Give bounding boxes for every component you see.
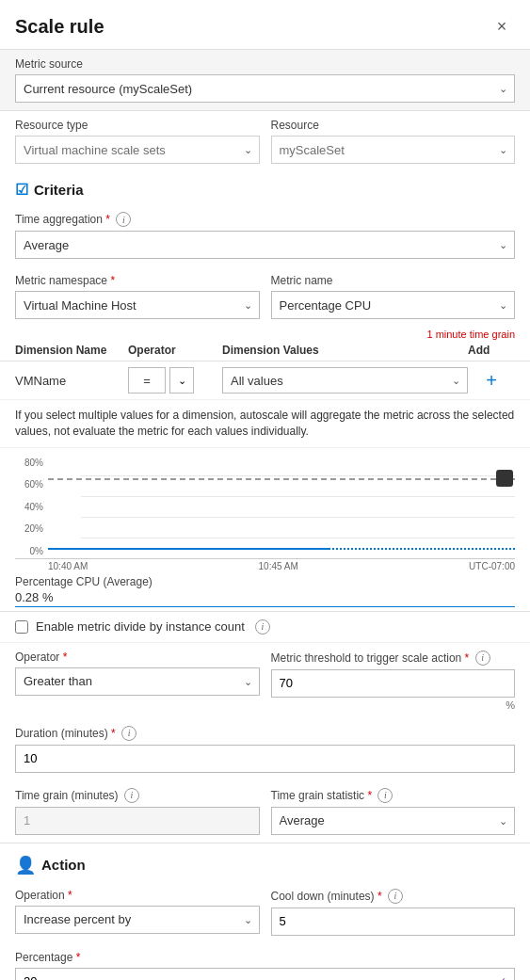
grid-line-80 (81, 475, 515, 476)
time-grain-statistic-info-icon[interactable]: i (377, 788, 393, 803)
dimension-values-select[interactable]: All values (222, 367, 468, 394)
chart-tooltip-dot (496, 470, 513, 487)
operator-select[interactable]: Greater than (15, 667, 260, 696)
operation-cooldown-row: Operation * Increase percent by ⌄ Cool d… (15, 889, 515, 936)
resource-select: myScaleSet (271, 136, 516, 164)
metric-source-select-wrapper: Current resource (myScaleSet) ⌄ (15, 74, 515, 103)
criteria-title-text: Criteria (34, 182, 84, 198)
operator-equals-box: = (128, 367, 166, 394)
resource-type-select: Virtual machine scale sets (15, 136, 260, 164)
metric-source-section: Metric source Current resource (myScaleS… (0, 50, 530, 110)
time-grain-statistic-select[interactable]: Average (271, 807, 516, 835)
time-grain-statistic-label: Time grain statistic * i (271, 788, 516, 803)
metric-value-bar: Percentage CPU (Average) 0.28 % (0, 571, 530, 612)
operation-label: Operation * (15, 889, 260, 902)
duration-info-icon[interactable]: i (121, 726, 137, 741)
x-label-2: 10:45 AM (259, 561, 298, 571)
time-aggregation-select[interactable]: Average (15, 231, 515, 259)
metric-threshold-col: Metric threshold to trigger scale action… (271, 651, 516, 711)
resource-type-col: Resource type Virtual machine scale sets… (15, 119, 260, 164)
time-aggregation-info-icon[interactable]: i (116, 212, 131, 227)
add-header: Add (468, 344, 515, 357)
resource-section: Resource type Virtual machine scale sets… (0, 111, 530, 171)
resource-row: Resource type Virtual machine scale sets… (15, 119, 515, 164)
resource-type-select-wrapper: Virtual machine scale sets ⌄ (15, 136, 260, 164)
operator-cell: = ⌄ (128, 367, 222, 394)
action-icon: 👤 (15, 855, 36, 876)
resource-type-label: Resource type (15, 119, 260, 132)
cooldown-input[interactable] (271, 908, 516, 936)
operator-header: Operator (128, 344, 222, 357)
dimension-table-header: Dimension Name Operator Dimension Values… (0, 340, 530, 361)
dimension-values-header: Dimension Values (222, 344, 468, 357)
metric-source-label: Metric source (15, 57, 515, 71)
cooldown-col: Cool down (minutes) * i (271, 889, 516, 936)
time-grain-row: Time grain (minutes) i Time grain statis… (15, 788, 515, 835)
dimension-table-row: VMName = ⌄ All values ⌄ + (0, 361, 530, 400)
time-grain-statistic-col: Time grain statistic * i Average ⌄ (271, 788, 516, 835)
panel-header: Scale rule × (0, 0, 530, 50)
metric-name-col: Metric name Percentage CPU ⌄ (271, 274, 516, 319)
enable-metric-divide-checkbox[interactable] (15, 620, 28, 634)
metric-namespace-select-wrapper: Virtual Machine Host ⌄ (15, 291, 260, 319)
x-label-3: UTC-07:00 (469, 561, 515, 571)
dimension-name-value: VMName (15, 374, 128, 388)
chart-y-labels: 0% 20% 40% 60% 80% (15, 456, 43, 558)
operator-field-label: Operator * (15, 651, 260, 664)
operator-threshold-row: Operator * Greater than ⌄ Metric thresho… (15, 651, 515, 711)
metric-namespace-col: Metric namespace * Virtual Machine Host … (15, 274, 260, 319)
operation-select-wrapper: Increase percent by ⌄ (15, 906, 260, 934)
metric-namespace-select[interactable]: Virtual Machine Host (15, 291, 260, 319)
chart-area: 0% 20% 40% 60% 80% (0, 448, 530, 571)
grid-line-20 (81, 538, 515, 538)
y-label-60: 60% (15, 479, 43, 490)
y-label-0: 0% (15, 546, 43, 556)
scale-rule-panel: Scale rule × Metric source Current resou… (0, 0, 530, 980)
cooldown-label: Cool down (minutes) * i (271, 889, 516, 904)
metric-threshold-input[interactable] (271, 669, 516, 698)
chart-container: 0% 20% 40% 60% 80% (15, 456, 515, 559)
chart-data-line-dotted (329, 548, 515, 550)
percentage-label: Percentage * (15, 951, 515, 964)
metric-name-select[interactable]: Percentage CPU (271, 291, 516, 319)
time-grain-label: Time grain (minutes) i (15, 788, 260, 803)
operation-col: Operation * Increase percent by ⌄ (15, 889, 260, 936)
metric-threshold-label: Metric threshold to trigger scale action… (271, 651, 516, 666)
duration-input[interactable] (15, 745, 515, 773)
operator-dropdown[interactable]: ⌄ (169, 367, 194, 394)
chart-x-labels: 10:40 AM 10:45 AM UTC-07:00 (15, 559, 515, 571)
time-grain-input (15, 807, 260, 835)
metric-source-select[interactable]: Current resource (myScaleSet) (15, 74, 515, 103)
duration-label: Duration (minutes) * i (15, 726, 515, 741)
metric-name-label: Metric name (271, 274, 516, 287)
cooldown-info-icon[interactable]: i (388, 889, 403, 904)
operator-select-wrapper: Greater than ⌄ (15, 667, 260, 696)
y-label-80: 80% (15, 458, 43, 468)
close-button[interactable]: × (489, 13, 515, 40)
action-section: Operation * Increase percent by ⌄ Cool d… (0, 881, 530, 943)
grid-line-40 (81, 517, 515, 518)
action-section-title: 👤 Action (0, 843, 530, 881)
add-dimension-button[interactable]: + (468, 370, 515, 392)
operation-select[interactable]: Increase percent by (15, 906, 260, 934)
metric-threshold-info-icon[interactable]: i (475, 651, 490, 666)
metric-namespace-section: Metric namespace * Virtual Machine Host … (0, 266, 530, 327)
time-aggregation-section: Time aggregation * i Average ⌄ (0, 204, 530, 266)
metric-row: Metric namespace * Virtual Machine Host … (15, 274, 515, 319)
time-grain-info-icon[interactable]: i (124, 788, 139, 803)
percentage-input[interactable] (15, 968, 515, 980)
resource-select-wrapper: myScaleSet ⌄ (271, 136, 516, 164)
time-grain-section: Time grain (minutes) i Time grain statis… (0, 780, 530, 843)
x-label-1: 10:40 AM (48, 561, 88, 571)
time-aggregation-label: Time aggregation * i (15, 212, 515, 227)
enable-metric-divide-label: Enable metric divide by instance count (36, 619, 245, 634)
enable-metric-divide-info-icon[interactable]: i (255, 619, 270, 635)
time-grain-col: Time grain (minutes) i (15, 788, 260, 835)
y-label-40: 40% (15, 502, 43, 512)
operator-col: Operator * Greater than ⌄ (15, 651, 260, 711)
dimension-name-header: Dimension Name (15, 344, 128, 357)
enable-metric-divide-row: Enable metric divide by instance count i (0, 612, 530, 643)
resource-label: Resource (271, 119, 516, 132)
metric-namespace-label: Metric namespace * (15, 274, 260, 287)
time-aggregation-select-wrapper: Average ⌄ (15, 231, 515, 259)
